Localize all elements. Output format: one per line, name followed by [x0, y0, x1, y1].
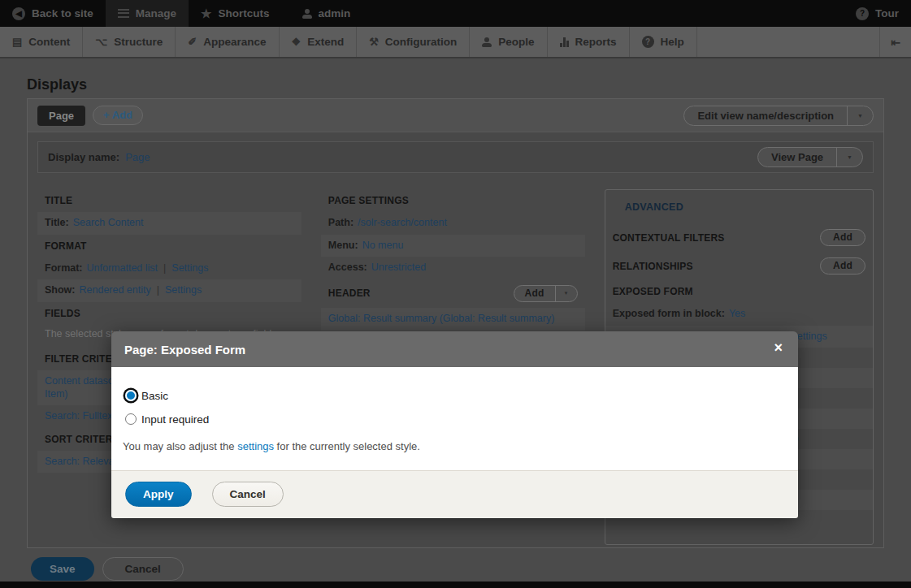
collapse-left-icon: ⇤ — [891, 36, 900, 49]
note-prefix: You may also adjust the — [123, 440, 237, 452]
view-page-label: View Page — [758, 148, 836, 166]
form-actions: Save Cancel — [31, 557, 184, 581]
paintbrush-icon: ✐ — [188, 37, 197, 47]
header-add-label: Add — [514, 286, 555, 301]
exposed-form-block-row: Exposed form in block:Yes — [605, 303, 873, 326]
note-suffix: for the currently selected style. — [274, 440, 420, 452]
header-add-button[interactable]: Add ▼ — [514, 285, 578, 302]
relationships-add-button[interactable]: Add — [820, 257, 865, 275]
menu-item-extend[interactable]: ❖ Extend — [280, 27, 358, 57]
contextual-filters-heading: CONTEXTUAL FILTERS — [613, 232, 725, 244]
menu-item-reports[interactable]: Reports — [548, 27, 630, 57]
menu-item-people[interactable]: People — [470, 27, 547, 57]
edit-view-name-button[interactable]: Edit view name/description ▼ — [683, 106, 874, 126]
admin-toolbar: ◀ Back to site Manage ★ Shortcuts admin … — [0, 0, 911, 27]
chevron-down-icon[interactable]: ▼ — [847, 106, 873, 125]
display-name-link[interactable]: Page — [125, 151, 150, 163]
dialog-note: You may also adjust the settings for the… — [123, 440, 787, 452]
menu-label-reports: Reports — [575, 36, 617, 48]
back-to-site-button[interactable]: ◀ Back to site — [0, 0, 106, 27]
menu-label-people: People — [498, 36, 534, 48]
settings-link[interactable]: settings — [237, 440, 274, 452]
section-format: FORMAT — [37, 235, 301, 257]
menu-label: Menu: — [328, 240, 358, 251]
tour-button[interactable]: ? Tour — [844, 0, 911, 27]
section-contextual-filters: CONTEXTUAL FILTERS Add — [605, 223, 873, 252]
page-title: Displays — [27, 76, 87, 93]
save-button[interactable]: Save — [31, 557, 94, 581]
view-page-button[interactable]: View Page ▼ — [757, 147, 863, 167]
header-heading: HEADER — [328, 288, 371, 299]
title-row: Title:Search Content — [37, 212, 301, 235]
separator: | — [163, 262, 166, 274]
chevron-down-icon[interactable]: ▼ — [555, 286, 577, 301]
title-label: Title: — [45, 217, 69, 228]
shortcuts-button[interactable]: ★ Shortcuts — [189, 0, 281, 27]
apply-button[interactable]: Apply — [125, 482, 192, 507]
contextual-filters-add-button[interactable]: Add — [820, 229, 865, 246]
radio-basic[interactable] — [125, 390, 137, 401]
title-value-link[interactable]: Search Content — [73, 217, 144, 228]
menu-label-configuration: Configuration — [385, 36, 457, 48]
menu-label-extend: Extend — [307, 36, 344, 48]
admin-menu-bar: ▤ Content ⌥ Structure ✐ Appearance ❖ Ext… — [0, 27, 911, 58]
admin-account-button[interactable]: admin — [290, 0, 363, 27]
question-mark-icon: ? — [856, 7, 869, 20]
toolbar-orientation-toggle[interactable]: ⇤ — [879, 27, 911, 57]
plus-icon: + — [103, 109, 110, 121]
document-icon: ▤ — [12, 37, 22, 47]
radio-basic-label[interactable]: Basic — [141, 390, 168, 402]
dialog-header[interactable]: Page: Exposed Form × — [111, 331, 798, 367]
advanced-toggle[interactable]: ADVANCED — [605, 190, 873, 223]
menu-label-appearance: Appearance — [203, 36, 266, 48]
cancel-button[interactable]: Cancel — [102, 557, 184, 581]
radio-input-required[interactable] — [125, 413, 137, 425]
show-value-link[interactable]: Rendered entity — [80, 284, 151, 296]
bar-chart-icon — [560, 37, 569, 47]
format-value-link[interactable]: Unformatted list — [87, 262, 158, 274]
menu-row: Menu:No menu — [321, 235, 585, 257]
wrench-icon: ⚒ — [369, 37, 379, 47]
menu-value-link[interactable]: No menu — [362, 240, 404, 251]
menu-item-appearance[interactable]: ✐ Appearance — [176, 27, 279, 57]
show-label: Show: — [45, 284, 76, 296]
manage-menu-button[interactable]: Manage — [106, 0, 189, 27]
result-summary-link[interactable]: Global: Result summary (Global: Result s… — [328, 313, 555, 324]
puzzle-icon: ❖ — [292, 37, 301, 47]
section-page-settings: PAGE SETTINGS — [321, 189, 585, 212]
show-settings-link[interactable]: Settings — [165, 284, 202, 296]
menu-label-help: Help — [661, 36, 684, 48]
bottom-bar — [0, 582, 911, 588]
access-label: Access: — [328, 262, 367, 273]
display-tabs-strip: Page +Add Edit view name/description ▼ — [28, 99, 883, 132]
exposed-form-dialog: Page: Exposed Form × Basic Input require… — [111, 331, 798, 518]
format-label: Format: — [45, 262, 83, 274]
access-value-link[interactable]: Unrestricted — [371, 262, 426, 273]
menu-item-help[interactable]: ? Help — [630, 27, 697, 57]
dialog-cancel-button[interactable]: Cancel — [212, 482, 284, 507]
add-display-label: Add — [112, 109, 132, 121]
manage-label: Manage — [136, 7, 176, 19]
menu-item-content[interactable]: ▤ Content — [0, 27, 83, 57]
show-row: Show:Rendered entity|Settings — [37, 279, 301, 302]
radio-row-basic: Basic — [123, 387, 787, 404]
exposed-block-link[interactable]: Yes — [729, 308, 745, 319]
help-icon: ? — [642, 36, 654, 48]
tour-label: Tour — [875, 7, 899, 19]
path-value-link[interactable]: /solr-search/content — [358, 217, 447, 228]
add-display-button[interactable]: +Add — [93, 106, 143, 125]
radio-input-required-label[interactable]: Input required — [141, 413, 209, 426]
chevron-down-icon[interactable]: ▼ — [836, 148, 862, 166]
close-icon[interactable]: × — [774, 340, 783, 355]
section-header: HEADER Add ▼ — [321, 279, 585, 308]
format-settings-link[interactable]: Settings — [171, 262, 208, 274]
menu-item-structure[interactable]: ⌥ Structure — [83, 27, 176, 57]
access-row: Access:Unrestricted — [321, 257, 585, 279]
edit-view-name-label: Edit view name/description — [684, 106, 847, 125]
menu-item-configuration[interactable]: ⚒ Configuration — [357, 27, 470, 57]
menu-label-content: Content — [28, 36, 70, 48]
tab-page-display[interactable]: Page — [37, 106, 85, 126]
menu-label-structure: Structure — [114, 36, 163, 48]
dialog-body: Basic Input required You may also adjust… — [111, 367, 798, 470]
star-icon: ★ — [201, 7, 211, 19]
